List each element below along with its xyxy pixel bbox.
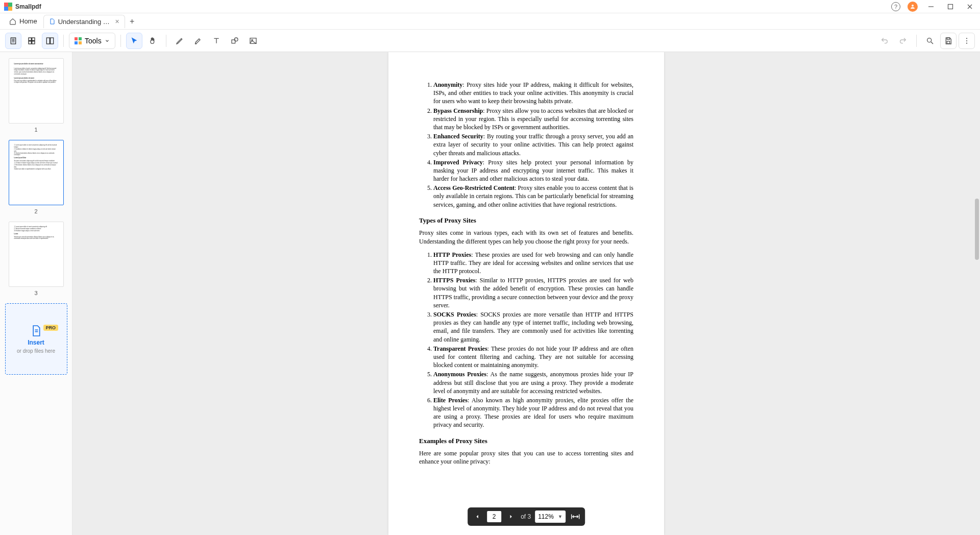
pro-badge: PRO [43, 325, 59, 331]
svg-point-29 [966, 42, 967, 43]
svg-rect-14 [32, 38, 35, 40]
list-item: Elite Proxies: Also known as high anonym… [433, 396, 633, 429]
thumbnail-number: 3 [34, 290, 37, 296]
tools-dropdown[interactable]: Tools [69, 33, 115, 49]
close-button[interactable] [964, 1, 976, 13]
list-item: HTTPS Proxies: Similar to HTTP proxies, … [433, 276, 633, 309]
para-types-intro: Proxy sites come in various types, each … [419, 229, 633, 245]
insert-label: Insert [28, 339, 44, 346]
toolbar-right [876, 33, 975, 49]
benefits-list: Anonymity: Proxy sites hide your IP addr… [419, 81, 633, 209]
svg-rect-6 [948, 4, 953, 9]
save-button[interactable] [940, 33, 957, 49]
search-button[interactable] [922, 33, 938, 49]
svg-rect-0 [4, 3, 8, 7]
list-item: Transparent Proxies: These proxies do no… [433, 345, 633, 370]
heading-types: Types of Proxy Sites [419, 216, 633, 225]
thumbnails-sidebar: Lorem ipsum dolor sit amet consectetur L… [0, 52, 72, 535]
tab-add-button[interactable]: + [126, 15, 138, 28]
redo-button[interactable] [895, 33, 911, 49]
title-left: Smallpdf [4, 3, 41, 11]
tab-document[interactable]: Understanding Proxy… × [43, 15, 125, 28]
pencil-tool-button[interactable] [172, 33, 188, 49]
text-tool-button[interactable] [208, 33, 225, 49]
shape-tool-button[interactable] [227, 33, 243, 49]
svg-point-23 [927, 38, 932, 42]
document-icon [49, 18, 55, 25]
image-tool-button[interactable] [245, 33, 261, 49]
list-item: Enhanced Security: By routing your traff… [433, 132, 633, 157]
toolbar: Tools [0, 30, 980, 52]
fit-width-button[interactable] [570, 511, 581, 522]
prev-page-button[interactable] [472, 511, 483, 522]
list-item: Anonymous Proxies: As the name suggests,… [433, 370, 633, 395]
zoom-value: 112% [538, 513, 554, 520]
page-content: Anonymity: Proxy sites hide your IP addr… [388, 52, 664, 535]
svg-marker-33 [510, 515, 512, 519]
maximize-button[interactable] [944, 1, 957, 13]
para-examples-intro: Here are some popular proxy sites that y… [419, 449, 633, 466]
tools-grid-icon [75, 37, 82, 44]
list-item: Improved Privacy: Proxy sites help prote… [433, 158, 633, 183]
title-right: ? [891, 1, 976, 13]
thumbnail-1[interactable]: Lorem ipsum dolor sit amet consectetur L… [3, 58, 69, 133]
svg-line-24 [931, 42, 933, 44]
svg-rect-1 [8, 3, 12, 7]
thumbnail-3[interactable]: 1. Lorem ipsum dolor sit amet consectetu… [3, 222, 69, 296]
list-item: Bypass Censorship: Proxy sites allow you… [433, 107, 633, 132]
svg-rect-26 [947, 41, 949, 43]
page-controls: of 3 112% ▼ [468, 507, 585, 526]
view-two-page-button[interactable] [42, 33, 58, 49]
list-item: Anonymity: Proxy sites hide your IP addr… [433, 81, 633, 106]
tab-close-icon[interactable]: × [115, 17, 119, 26]
more-options-button[interactable] [959, 33, 975, 49]
view-single-page-button[interactable] [5, 33, 21, 49]
chevron-down-icon [105, 38, 110, 43]
drop-label: or drop files here [17, 348, 55, 354]
page-of-label: of 3 [521, 513, 531, 520]
home-icon [9, 18, 16, 25]
select-tool-button[interactable] [126, 33, 142, 49]
content: Lorem ipsum dolor sit amet consectetur L… [0, 52, 980, 535]
tab-document-label: Understanding Proxy… [58, 18, 110, 26]
pan-tool-button[interactable] [144, 33, 161, 49]
svg-point-4 [912, 5, 914, 7]
tabs-row: Home Understanding Proxy… × + [0, 13, 980, 30]
minimize-button[interactable] [925, 1, 937, 13]
scrollbar[interactable] [975, 56, 979, 531]
scrollbar-thumb[interactable] [975, 199, 979, 260]
svg-rect-2 [4, 7, 8, 11]
thumbnail-preview: 1. Lorem ipsum dolor sit amet consectetu… [9, 222, 64, 287]
zoom-dropdown[interactable]: 112% ▼ [535, 510, 566, 523]
page-number-input[interactable] [487, 511, 501, 522]
svg-marker-32 [477, 515, 478, 519]
toolbar-left: Tools [5, 33, 261, 49]
next-page-button[interactable] [505, 511, 517, 522]
chevron-down-icon: ▼ [558, 514, 562, 519]
list-item: Access Geo-Restricted Content: Proxy sit… [433, 184, 633, 209]
thumbnail-preview: Lorem ipsum dolor sit amet consectetur L… [9, 58, 64, 124]
svg-rect-25 [947, 38, 949, 39]
title-bar: Smallpdf ? [0, 0, 980, 13]
svg-rect-15 [29, 41, 31, 43]
svg-point-27 [966, 38, 967, 39]
thumbnail-number: 1 [34, 127, 37, 133]
toolbar-separator [166, 35, 166, 47]
undo-button[interactable] [876, 33, 893, 49]
svg-point-28 [966, 40, 967, 41]
view-grid-button[interactable] [23, 33, 40, 49]
thumbnail-2[interactable]: 1. Lorem ipsum dolor sit amet consectetu… [3, 140, 69, 214]
tools-label: Tools [85, 37, 102, 45]
toolbar-separator [120, 35, 121, 47]
toolbar-separator [63, 35, 64, 47]
document-viewer[interactable]: Anonymity: Proxy sites hide your IP addr… [72, 52, 980, 535]
svg-rect-18 [51, 38, 54, 44]
help-icon[interactable]: ? [891, 2, 900, 11]
types-list: HTTP Proxies: These proxies are used for… [419, 251, 633, 429]
tab-home[interactable]: Home [4, 15, 42, 28]
toolbar-separator [916, 35, 917, 47]
avatar[interactable] [908, 2, 918, 12]
insert-dropzone[interactable]: PRO Insert or drop files here [5, 303, 67, 375]
heading-examples: Examples of Proxy Sites [419, 436, 633, 446]
highlighter-tool-button[interactable] [190, 33, 206, 49]
